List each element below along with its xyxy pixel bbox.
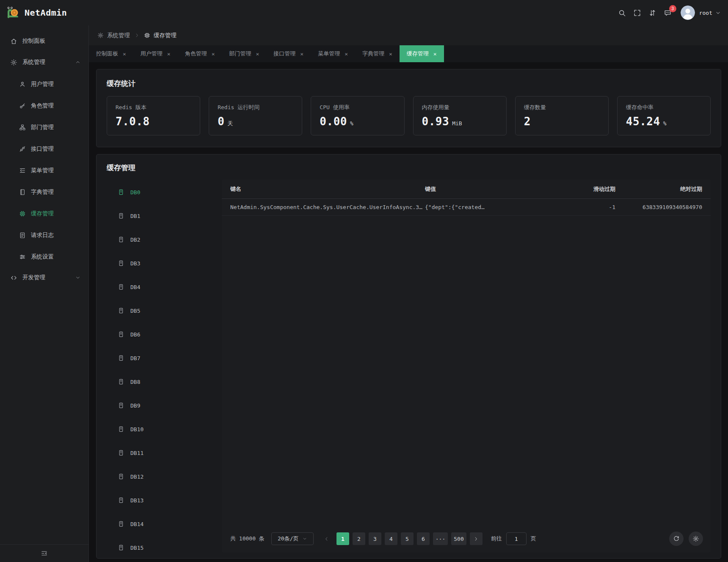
db-item-DB0[interactable]: DB0 [107, 184, 212, 201]
stat-unit: % [350, 120, 353, 127]
db-item-DB7[interactable]: DB7 [107, 350, 212, 366]
db-item-DB5[interactable]: DB5 [107, 302, 212, 319]
close-icon[interactable]: × [212, 51, 215, 57]
tab-部门管理[interactable]: 部门管理 × [222, 45, 266, 62]
tab-用户管理[interactable]: 用户管理 × [133, 45, 178, 62]
sidebar-item-label: 请求日志 [31, 231, 54, 239]
db-label: DB5 [130, 308, 140, 314]
sidebar-item-用户管理[interactable]: 用户管理 [0, 75, 88, 94]
db-item-DB15[interactable]: DB15 [107, 539, 212, 552]
sidebar-item-开发管理[interactable]: 开发管理 [0, 268, 88, 287]
db-icon [118, 189, 124, 196]
breadcrumb-item-系统管理[interactable]: 系统管理 [97, 32, 130, 39]
gear-icon [10, 59, 17, 66]
avatar[interactable] [681, 6, 695, 20]
tab-字典管理[interactable]: 字典管理 × [355, 45, 400, 62]
message-button[interactable]: 3 [660, 5, 676, 20]
tab-接口管理[interactable]: 接口管理 × [266, 45, 311, 62]
table-settings-button[interactable] [689, 532, 703, 546]
tab-缓存管理[interactable]: 缓存管理 × [400, 45, 444, 62]
refresh-button[interactable] [669, 532, 684, 546]
page-button-···[interactable]: ··· [433, 532, 448, 545]
page-size-select[interactable]: 20条/页 [271, 532, 314, 545]
db-item-DB10[interactable]: DB10 [107, 421, 212, 438]
close-icon[interactable]: × [345, 51, 348, 57]
sidebar-item-系统管理[interactable]: 系统管理 [0, 52, 88, 72]
page-button-5[interactable]: 5 [401, 532, 414, 545]
stat-card: CPU 使用率 0.00 % [311, 96, 404, 135]
prev-page-button[interactable] [320, 532, 333, 545]
api-icon [19, 146, 26, 152]
fullscreen-button[interactable] [630, 5, 645, 20]
db-item-DB4[interactable]: DB4 [107, 278, 212, 295]
sidebar-item-接口管理[interactable]: 接口管理 [0, 140, 88, 158]
sidebar-item-label: 系统管理 [22, 58, 45, 66]
page-button-3[interactable]: 3 [369, 532, 381, 545]
user-menu[interactable]: root [676, 6, 721, 20]
tab-控制面板[interactable]: 控制面板 × [89, 45, 133, 62]
db-item-DB14[interactable]: DB14 [107, 515, 212, 532]
page-button-500[interactable]: 500 [451, 532, 466, 545]
db-label: DB13 [130, 497, 143, 504]
goto-page-input[interactable] [506, 532, 527, 545]
db-item-DB6[interactable]: DB6 [107, 326, 212, 343]
stat-label: 内存使用量 [422, 104, 498, 111]
db-item-DB11[interactable]: DB11 [107, 444, 212, 461]
db-label: DB3 [130, 260, 140, 267]
user-icon [19, 81, 26, 88]
close-icon[interactable]: × [300, 51, 303, 57]
tab-label: 用户管理 [141, 50, 163, 58]
org-icon [19, 124, 26, 131]
db-label: DB1 [130, 213, 140, 219]
close-icon[interactable]: × [123, 51, 126, 57]
close-icon[interactable]: × [167, 51, 171, 57]
switch-vertical-button[interactable] [645, 5, 660, 20]
sidebar-item-请求日志[interactable]: 请求日志 [0, 226, 88, 245]
stat-card: Redis 版本 7.0.8 [107, 96, 200, 135]
tab-角色管理[interactable]: 角色管理 × [178, 45, 222, 62]
next-page-button[interactable] [470, 532, 483, 545]
db-item-DB13[interactable]: DB13 [107, 492, 212, 509]
close-icon[interactable]: × [433, 51, 437, 57]
page-button-2[interactable]: 2 [353, 532, 365, 545]
db-item-DB1[interactable]: DB1 [107, 207, 212, 224]
sidebar-item-控制面板[interactable]: 控制面板 [0, 31, 88, 51]
breadcrumb-item-缓存管理[interactable]: 缓存管理 [144, 32, 176, 39]
db-item-DB9[interactable]: DB9 [107, 397, 212, 414]
tab-bar: 控制面板 × 用户管理 × 角色管理 × 部门管理 × 接口管理 × 菜单管理 … [89, 45, 728, 62]
db-label: DB11 [130, 450, 143, 456]
db-item-DB2[interactable]: DB2 [107, 231, 212, 248]
db-item-DB8[interactable]: DB8 [107, 373, 212, 390]
sidebar-item-缓存管理[interactable]: 缓存管理 [0, 204, 88, 223]
table-body: NetAdmin.SysComponent.Cache.Sys.UserCach… [222, 199, 711, 216]
sidebar-item-label: 菜单管理 [31, 167, 54, 174]
table-row[interactable]: NetAdmin.SysComponent.Cache.Sys.UserCach… [222, 199, 711, 216]
sidebar-item-系统设置[interactable]: 系统设置 [0, 248, 88, 266]
chevron-right-icon [134, 33, 140, 38]
sidebar-item-角色管理[interactable]: 角色管理 [0, 96, 88, 115]
db-item-DB12[interactable]: DB12 [107, 468, 212, 485]
stat-value: 7.0.8 [116, 115, 150, 128]
tab-label: 接口管理 [273, 50, 295, 58]
stat-card: 缓存数量 2 [515, 96, 609, 135]
close-icon[interactable]: × [389, 51, 392, 57]
tab-label: 字典管理 [362, 50, 384, 58]
sidebar-item-字典管理[interactable]: 字典管理 [0, 183, 88, 201]
db-icon [118, 473, 124, 480]
db-list: DB0 DB1 DB2 DB3 DB4 DB5 DB6 DB7 DB8 DB9 … [107, 179, 212, 552]
sidebar-item-菜单管理[interactable]: 菜单管理 [0, 161, 88, 180]
page-button-4[interactable]: 4 [385, 532, 397, 545]
close-icon[interactable]: × [256, 51, 259, 57]
sidebar-item-部门管理[interactable]: 部门管理 [0, 118, 88, 137]
db-item-DB3[interactable]: DB3 [107, 255, 212, 272]
page-button-1[interactable]: 1 [336, 532, 349, 545]
search-button[interactable] [615, 5, 630, 20]
db-label: DB7 [130, 355, 140, 361]
table-header-row: 键名键值滑动过期绝对过期 [222, 179, 711, 199]
page-button-6[interactable]: 6 [417, 532, 430, 545]
tab-菜单管理[interactable]: 菜单管理 × [311, 45, 355, 62]
db-icon [118, 355, 124, 361]
sidebar-collapse-button[interactable] [0, 544, 88, 562]
header-action-group: 3 [615, 5, 676, 20]
refresh-icon [673, 535, 680, 542]
